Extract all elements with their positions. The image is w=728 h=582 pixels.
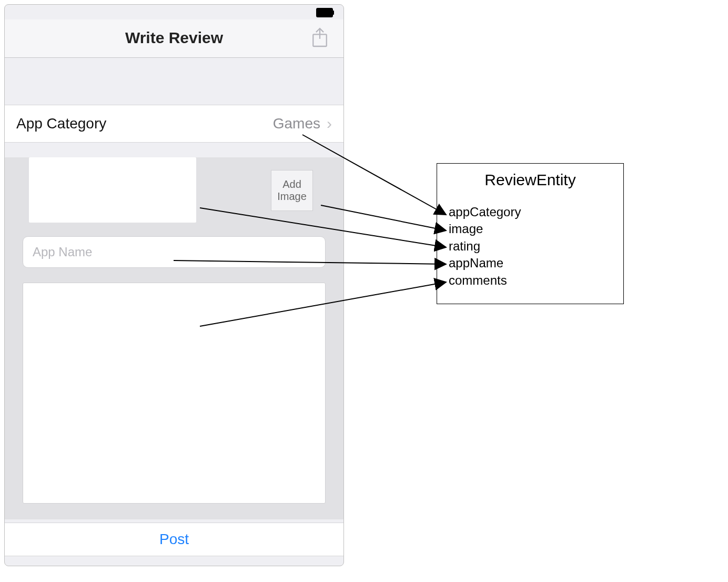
chevron-right-icon: ›	[327, 115, 332, 133]
nav-bar: Write Review	[5, 19, 343, 58]
entity-attr-0: appCategory	[449, 204, 612, 220]
entity-title: ReviewEntity	[449, 171, 612, 189]
category-row[interactable]: App Category Games ›	[5, 105, 343, 143]
page-title: Write Review	[5, 29, 343, 47]
category-value: Games	[273, 115, 320, 132]
status-bar	[5, 5, 343, 19]
app-name-input[interactable]: App Name	[23, 236, 326, 268]
add-image-button[interactable]: Add Image	[271, 170, 313, 211]
image-preview	[29, 157, 196, 223]
post-button[interactable]: Post	[5, 523, 343, 556]
add-image-label: Add Image	[277, 178, 307, 203]
share-icon[interactable]	[311, 27, 329, 48]
category-label: App Category	[16, 115, 106, 132]
entity-attr-1: image	[449, 220, 612, 237]
post-label: Post	[159, 531, 189, 548]
form-area: Add Image App Name	[5, 157, 343, 519]
diagram-canvas: Write Review App Category Games › Add Im…	[0, 0, 728, 582]
comments-textarea[interactable]	[23, 283, 326, 504]
image-row: Add Image	[23, 157, 326, 236]
battery-icon	[316, 8, 334, 16]
entity-attr-3: appName	[449, 255, 612, 272]
phone-mock: Write Review App Category Games › Add Im…	[4, 4, 344, 566]
entity-attr-4: comments	[449, 272, 612, 289]
app-name-placeholder: App Name	[33, 245, 92, 259]
entity-attr-2: rating	[449, 238, 612, 255]
entity-box: ReviewEntity appCategory image rating ap…	[437, 163, 624, 304]
